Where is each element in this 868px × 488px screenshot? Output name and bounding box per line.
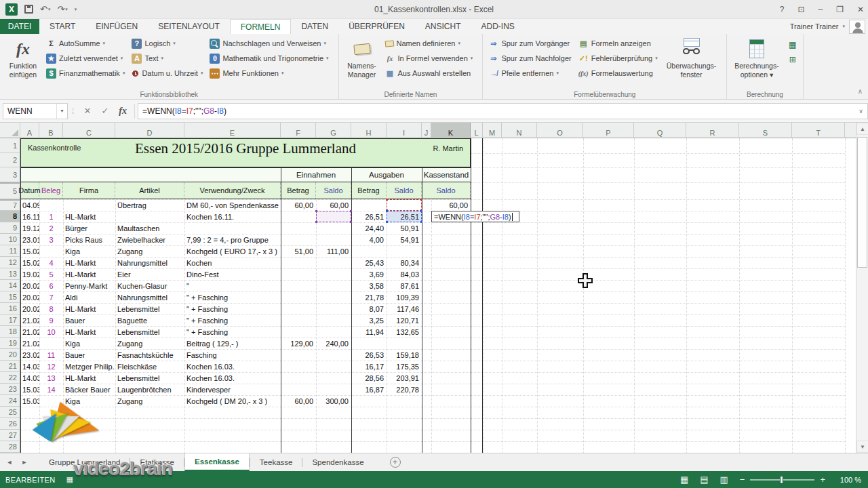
cancel-button[interactable]: ✕	[79, 103, 96, 119]
cell-D10[interactable]: Zwiebelhacker	[115, 234, 184, 245]
cell-A18[interactable]: 21.02.	[20, 326, 39, 338]
cell-F24[interactable]: 60,00	[281, 395, 316, 407]
cell-H9[interactable]: 24,40	[351, 222, 387, 234]
cell-I21[interactable]: 175,35	[387, 361, 422, 372]
sheet-tab-etatkasse[interactable]: Etatkasse	[130, 453, 184, 471]
cell-D20[interactable]: Fasnachtsküchle	[115, 349, 184, 361]
row-header-28[interactable]: 28	[0, 441, 20, 453]
logisch-button[interactable]: ?Logisch▾	[130, 36, 204, 51]
column-header-h[interactable]: H	[351, 123, 387, 138]
section-header-ausgaben[interactable]: Ausgaben	[351, 168, 422, 182]
row-header-2[interactable]: 2	[0, 153, 20, 167]
cell-I16[interactable]: 117,46	[387, 303, 422, 314]
row-header-16[interactable]: 16	[0, 303, 20, 314]
cell-H16[interactable]: 8,07	[351, 303, 387, 314]
redo-button[interactable]: ↷▾	[57, 5, 67, 14]
mathematik-und-trigonometrie-button[interactable]: θMathematik und Trigonometrie▾	[208, 51, 330, 66]
column-header-a[interactable]: A	[20, 123, 39, 138]
cell-A13[interactable]: 19.02.	[20, 268, 39, 280]
cell-H10[interactable]: 4,00	[351, 234, 387, 245]
cell-I12[interactable]: 80,34	[387, 257, 422, 268]
cell-H21[interactable]: 16,17	[351, 361, 387, 372]
cell-E20[interactable]: Fasching	[184, 349, 281, 361]
ribbon-tab-überprüfen[interactable]: ÜBERPRÜFEN	[338, 19, 415, 34]
cell-B22[interactable]: 13	[39, 372, 63, 384]
caption-saldo[interactable]: Saldo	[387, 182, 422, 199]
cell-D18[interactable]: Lebensmittel	[115, 326, 184, 338]
spur-zum-vorgänger-button[interactable]: ⇒Spur zum Vorgänger	[487, 36, 572, 51]
row-header-9[interactable]: 9	[0, 222, 20, 234]
save-button[interactable]	[24, 5, 33, 14]
cell-A8[interactable]: 16.11.	[20, 211, 39, 222]
column-header-d[interactable]: D	[115, 123, 184, 138]
cell-I10[interactable]: 54,91	[387, 234, 422, 245]
cell-H22[interactable]: 28,56	[351, 372, 387, 384]
cell-I14[interactable]: 87,61	[387, 280, 422, 291]
cell-D24[interactable]: Zugang	[115, 395, 184, 407]
file-tab[interactable]: DATEI	[0, 19, 39, 34]
caption-verwendung-zweck[interactable]: Verwendung/Zweck	[184, 182, 281, 199]
cell-I23[interactable]: 220,78	[387, 384, 422, 395]
cell-E8[interactable]: Kochen 16.11.	[184, 211, 281, 222]
row-header-27[interactable]: 27	[0, 430, 20, 441]
cell-C22[interactable]: HL-Markt	[63, 372, 115, 384]
cell-C16[interactable]: HL-Markt	[63, 303, 115, 314]
ribbon-tab-formeln[interactable]: FORMELN	[230, 19, 292, 34]
column-header-s[interactable]: S	[739, 123, 792, 138]
row-header-1[interactable]: 1	[0, 138, 20, 153]
cell-I20[interactable]: 159,18	[387, 349, 422, 361]
cell-E16[interactable]: " + Fasching	[184, 303, 281, 314]
cell-C18[interactable]: HL-Markt	[63, 326, 115, 338]
close-button[interactable]: ✕	[857, 5, 864, 14]
column-header-n[interactable]: N	[502, 123, 537, 138]
row-header-13[interactable]: 13	[0, 268, 20, 280]
cell-D15[interactable]: Nahrungsmittel	[115, 291, 184, 303]
column-header-c[interactable]: C	[63, 123, 115, 138]
datum-u-uhrzeit-button[interactable]: Datum u. Uhrzeit▾	[130, 66, 204, 81]
cell-C23[interactable]: Bäcker Bauer	[63, 384, 115, 395]
sheet-tab-gruppe-lummerland[interactable]: Gruppe Lummerland	[39, 453, 130, 471]
cell-D7[interactable]: Übertrag	[115, 199, 184, 211]
cell-F11[interactable]: 51,00	[281, 245, 316, 257]
row-header-8[interactable]: 8	[0, 211, 20, 222]
cell-A15[interactable]: 20.02.	[20, 291, 39, 303]
cell-B8[interactable]: 1	[39, 211, 63, 222]
in-formel-verwenden-button[interactable]: fxIn Formel verwenden▾	[384, 51, 475, 66]
cell-E15[interactable]: " + Fasching	[184, 291, 281, 303]
autosumme-button[interactable]: ΣAutoSumme▾	[45, 36, 126, 51]
vertical-scrollbar[interactable]: ▲ ▼	[856, 123, 868, 453]
cell-B14[interactable]: 6	[39, 280, 63, 291]
column-header-g[interactable]: G	[316, 123, 351, 138]
select-all-corner[interactable]	[0, 123, 20, 138]
cell-H8[interactable]: 26,51	[351, 211, 387, 222]
insert-function-button[interactable]: fx	[114, 103, 132, 119]
row-header-19[interactable]: 19	[0, 338, 20, 349]
namen-definieren-button[interactable]: Namen definieren▾	[384, 36, 475, 51]
column-header-b[interactable]: B	[39, 123, 63, 138]
cell-B20[interactable]: 11	[39, 349, 63, 361]
row-header-7[interactable]: 7	[0, 199, 20, 211]
cell-A14[interactable]: 20.02.	[20, 280, 39, 291]
enter-button[interactable]: ✓	[96, 103, 114, 119]
section-header-einnahmen[interactable]: Einnahmen	[281, 168, 351, 182]
cell-E19[interactable]: Beitrag ( 129,- )	[184, 338, 281, 349]
name-box-dropdown-icon[interactable]: ▾	[56, 104, 67, 119]
page-layout-view-icon[interactable]: ▤	[700, 474, 708, 485]
name-manager-button[interactable]: Namens-Manager	[343, 36, 381, 81]
aus-auswahl-erstellen-button[interactable]: ▦Aus Auswahl erstellen	[384, 66, 475, 81]
cell-A11[interactable]: 15.02.	[20, 245, 39, 257]
cell-D14[interactable]: Kuchen-Glasur	[115, 280, 184, 291]
cell-C10[interactable]: Picks Raus	[63, 234, 115, 245]
minimize-button[interactable]: –	[818, 5, 823, 14]
caption-saldo[interactable]: Saldo	[316, 182, 351, 199]
ribbon-display-options-button[interactable]: ⊡	[797, 5, 804, 14]
cell-E10[interactable]: 7,99 : 2 = 4,- pro Gruppe	[184, 234, 281, 245]
cell-I8[interactable]: 26,51	[387, 211, 422, 222]
cell-E23[interactable]: Kindervesper	[184, 384, 281, 395]
restore-button[interactable]: ❐	[836, 5, 844, 14]
scrollbar-thumb[interactable]	[857, 137, 867, 268]
row-header-15[interactable]: 15	[0, 291, 20, 303]
insert-function-button[interactable]: fxFunktioneinfügen	[4, 36, 42, 81]
cell-E12[interactable]: Kochen	[184, 257, 281, 268]
caption-datum[interactable]: Datum	[20, 182, 39, 199]
